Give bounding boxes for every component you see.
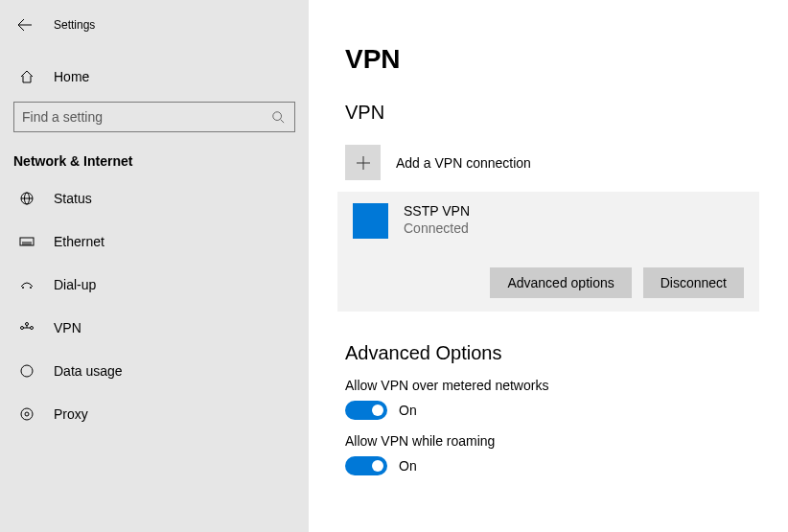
add-vpn-label: Add a VPN connection [396,155,531,171]
proxy-icon [19,406,35,422]
vpn-connection-card[interactable]: SSTP VPN Connected Advanced options Disc… [337,192,759,312]
back-button[interactable] [13,13,36,36]
sidebar-item-proxy[interactable]: Proxy [0,392,309,435]
advanced-options-title: Advanced Options [345,342,759,364]
sidebar-item-label: Home [54,69,89,84]
svg-point-11 [22,287,24,289]
sidebar: Settings Home Network & Intern [0,0,309,532]
svg-point-13 [21,326,24,329]
sidebar-item-label: Data usage [54,363,123,379]
section-title: VPN [345,102,759,124]
search-icon [271,110,285,124]
globe-icon [19,191,35,206]
page-title: VPN [345,44,759,75]
vpn-connection-icon [353,203,388,239]
svg-point-14 [31,326,34,329]
svg-line-1 [281,120,285,124]
toggle-state: On [399,403,417,418]
toggle-label-roaming: Allow VPN while roaming [345,433,759,449]
sidebar-item-label: VPN [54,320,81,335]
disconnect-button[interactable]: Disconnect [643,267,744,298]
advanced-options-button[interactable]: Advanced options [490,267,631,298]
home-icon [19,69,35,84]
app-title: Settings [54,18,95,32]
ethernet-icon [19,234,35,249]
svg-point-12 [30,287,32,289]
main-content: VPN VPN Add a VPN connection SSTP VPN Co… [309,0,788,532]
toggle-label-metered: Allow VPN over metered networks [345,378,759,393]
svg-point-19 [21,408,33,420]
sidebar-item-label: Ethernet [54,234,104,249]
sidebar-item-datausage[interactable]: Data usage [0,349,309,392]
sidebar-item-ethernet[interactable]: Ethernet [0,220,309,263]
dialup-icon [19,277,35,292]
sidebar-item-dialup[interactable]: Dial-up [0,263,309,306]
sidebar-item-vpn[interactable]: VPN [0,306,309,349]
svg-point-0 [273,112,282,121]
vpn-connection-name: SSTP VPN [404,203,470,219]
toggle-metered[interactable] [345,401,387,420]
sidebar-item-label: Dial-up [54,277,96,292]
svg-point-16 [26,322,29,325]
back-arrow-icon [17,17,33,33]
sidebar-item-label: Proxy [54,406,88,422]
vpn-icon [19,320,35,335]
add-vpn-button[interactable]: Add a VPN connection [345,145,759,180]
toggle-state: On [399,458,417,474]
sidebar-item-status[interactable]: Status [0,176,309,220]
search-input[interactable] [13,102,295,132]
vpn-connection-status: Connected [404,220,470,236]
category-title: Network & Internet [0,153,309,169]
search-field[interactable] [22,109,269,125]
plus-box [345,145,381,180]
data-usage-icon [19,363,35,379]
plus-icon [356,155,371,171]
toggle-roaming[interactable] [345,456,387,475]
svg-point-20 [25,412,29,416]
sidebar-item-home[interactable]: Home [0,58,309,96]
sidebar-item-label: Status [54,191,92,206]
